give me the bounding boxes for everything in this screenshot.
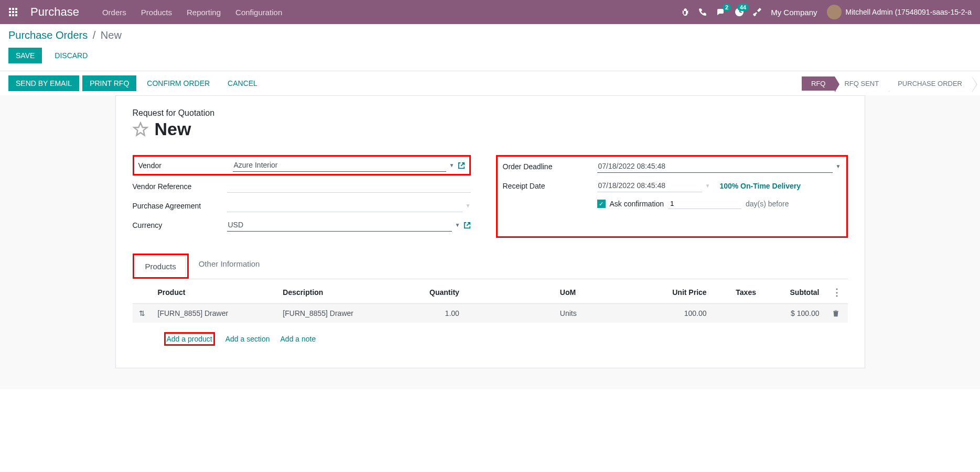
step-rfq-sent[interactable]: RFQ Sent — [835, 76, 888, 91]
agreement-caret-icon[interactable]: ▼ — [466, 203, 471, 208]
cancel-button[interactable]: Cancel — [220, 75, 265, 91]
col-subtotal: Subtotal — [762, 281, 826, 304]
receipt-caret-icon[interactable]: ▼ — [705, 183, 710, 189]
cell-subtotal: $ 100.00 — [762, 304, 826, 323]
tab-other-information[interactable]: Other Information — [189, 254, 270, 279]
agreement-label: Purchase Agreement — [133, 202, 227, 210]
nav-reporting[interactable]: Reporting — [187, 8, 221, 17]
cell-taxes[interactable] — [713, 304, 762, 323]
tools-icon[interactable] — [753, 8, 761, 16]
col-product: Product — [152, 281, 277, 304]
save-button[interactable]: Save — [8, 48, 42, 63]
nav-orders[interactable]: Orders — [102, 8, 126, 17]
vendor-input[interactable] — [233, 159, 446, 172]
activity-badge: 44 — [737, 4, 749, 11]
deadline-caret-icon[interactable]: ▼ — [836, 163, 841, 169]
col-description: Description — [276, 281, 402, 304]
ask-confirmation-checkbox[interactable]: ✓ — [597, 200, 606, 208]
add-product-link[interactable]: Add a product — [167, 335, 212, 343]
send-email-button[interactable]: Send by Email — [8, 75, 79, 91]
col-uom: UoM — [466, 281, 642, 304]
kebab-icon[interactable]: ⋮ — [832, 287, 842, 298]
confirm-order-button[interactable]: Confirm Order — [139, 75, 217, 91]
ask-confirmation-label: Ask confirmation — [610, 200, 664, 208]
nav-configuration[interactable]: Configuration — [235, 8, 282, 17]
deadline-label: Order Deadline — [503, 162, 597, 171]
avatar — [827, 5, 842, 19]
breadcrumb-sep: / — [93, 29, 96, 41]
currency-external-link-icon[interactable] — [464, 222, 471, 229]
favorite-star-icon[interactable] — [133, 122, 148, 137]
ontime-delivery: 100% On-Time Delivery — [719, 182, 801, 190]
add-section-link[interactable]: Add a section — [225, 335, 270, 343]
vendor-label: Vendor — [138, 161, 233, 170]
table-row[interactable]: ⇅ [FURN_8855] Drawer [FURN_8855] Drawer … — [133, 304, 848, 323]
form-subtitle: Request for Quotation — [133, 108, 848, 118]
form-sheet: Request for Quotation New Vendor ▼ — [115, 95, 865, 368]
currency-caret-icon[interactable]: ▼ — [455, 222, 460, 228]
app-name[interactable]: Purchase — [30, 5, 79, 19]
agreement-input[interactable] — [227, 199, 462, 212]
control-bar: Save Discard — [0, 45, 980, 71]
breadcrumb-current: New — [101, 29, 122, 41]
status-bar: Send by Email Print RFQ Confirm Order Ca… — [0, 71, 980, 95]
breadcrumb-bar: Purchase Orders / New — [0, 24, 980, 45]
top-navbar: Purchase Orders Products Reporting Confi… — [0, 0, 980, 24]
receipt-label: Receipt Date — [503, 182, 597, 190]
form-left-column: Vendor ▼ Vendor Reference — [133, 155, 471, 238]
phone-icon[interactable] — [698, 8, 707, 16]
step-rfq[interactable]: RFQ — [802, 76, 835, 91]
form-right-column: Order Deadline ▼ Receipt Date ▼ 100% On-… — [496, 155, 848, 238]
breadcrumb-root[interactable]: Purchase Orders — [8, 29, 88, 41]
vendor-ref-input[interactable] — [227, 180, 471, 193]
currency-label: Currency — [133, 221, 227, 229]
step-purchase-order[interactable]: Purchase Order — [888, 76, 972, 91]
form-title: New — [155, 119, 191, 139]
status-steps: RFQ RFQ Sent Purchase Order — [802, 76, 972, 91]
chat-icon[interactable]: 2 — [716, 8, 726, 16]
days-before-label: day(s) before — [746, 200, 789, 208]
cell-product[interactable]: [FURN_8855] Drawer — [152, 304, 277, 323]
col-taxes: Taxes — [713, 281, 762, 304]
col-unit-price: Unit Price — [642, 281, 713, 304]
nav-menu: Orders Products Reporting Configuration — [102, 8, 282, 17]
trash-icon[interactable] — [832, 310, 842, 317]
days-before-input[interactable] — [668, 199, 741, 209]
discard-button[interactable]: Discard — [47, 48, 95, 63]
tab-row: Products Other Information — [133, 254, 848, 279]
breadcrumb: Purchase Orders / New — [8, 29, 972, 41]
vendor-external-link-icon[interactable] — [458, 162, 465, 169]
drag-handle-icon[interactable]: ⇅ — [133, 304, 152, 323]
bug-icon[interactable] — [681, 8, 689, 16]
user-menu[interactable]: Mitchell Admin (17548091-saas-15-2-a — [827, 5, 972, 19]
currency-input[interactable] — [227, 218, 452, 232]
print-rfq-button[interactable]: Print RFQ — [82, 75, 136, 91]
cell-uom[interactable]: Units — [466, 304, 642, 323]
activity-icon[interactable]: 44 — [735, 8, 744, 16]
apps-icon[interactable] — [8, 7, 18, 17]
cell-unit-price[interactable]: 100.00 — [642, 304, 713, 323]
tab-products[interactable]: Products — [135, 256, 186, 277]
company-name[interactable]: My Company — [771, 8, 817, 17]
products-table: Product Description Quantity UoM Unit Pr… — [133, 281, 848, 355]
chat-badge: 2 — [723, 4, 731, 11]
cell-description[interactable]: [FURN_8855] Drawer — [276, 304, 402, 323]
receipt-input[interactable] — [597, 179, 702, 192]
user-name: Mitchell Admin (17548091-saas-15-2-a — [846, 8, 972, 16]
deadline-input[interactable] — [597, 160, 833, 173]
col-quantity: Quantity — [402, 281, 466, 304]
cell-quantity[interactable]: 1.00 — [402, 304, 466, 323]
add-note-link[interactable]: Add a note — [281, 335, 316, 343]
nav-products[interactable]: Products — [141, 8, 172, 17]
vendor-caret-icon[interactable]: ▼ — [449, 162, 455, 168]
vendor-ref-label: Vendor Reference — [133, 182, 227, 191]
